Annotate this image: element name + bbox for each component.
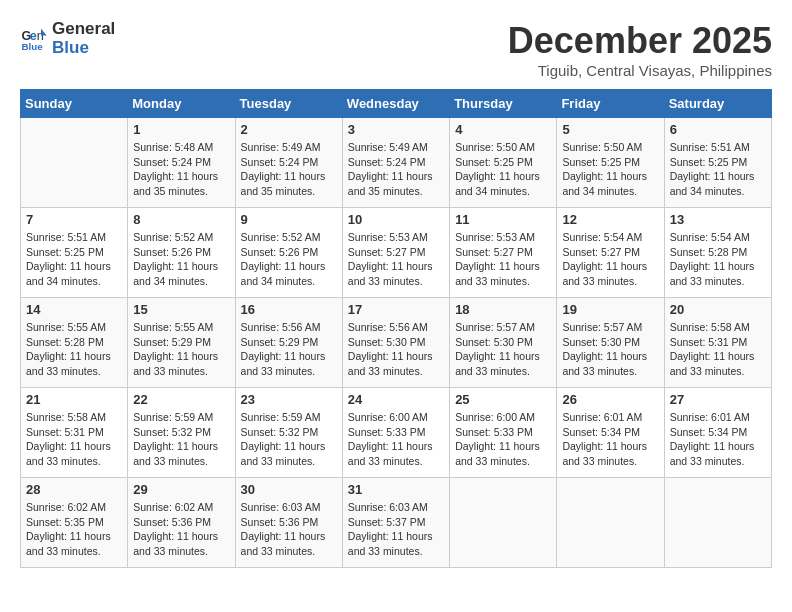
cell-info: Sunrise: 5:52 AMSunset: 5:26 PMDaylight:… xyxy=(133,230,229,289)
calendar-week-row: 28Sunrise: 6:02 AMSunset: 5:35 PMDayligh… xyxy=(21,478,772,568)
calendar-cell: 28Sunrise: 6:02 AMSunset: 5:35 PMDayligh… xyxy=(21,478,128,568)
day-number: 22 xyxy=(133,392,229,407)
cell-info: Sunrise: 5:53 AMSunset: 5:27 PMDaylight:… xyxy=(348,230,444,289)
calendar-cell xyxy=(21,118,128,208)
weekday-header: Sunday xyxy=(21,90,128,118)
cell-info: Sunrise: 5:51 AMSunset: 5:25 PMDaylight:… xyxy=(670,140,766,199)
calendar-week-row: 14Sunrise: 5:55 AMSunset: 5:28 PMDayligh… xyxy=(21,298,772,388)
cell-info: Sunrise: 5:55 AMSunset: 5:28 PMDaylight:… xyxy=(26,320,122,379)
day-number: 19 xyxy=(562,302,658,317)
weekday-header: Saturday xyxy=(664,90,771,118)
calendar-cell: 23Sunrise: 5:59 AMSunset: 5:32 PMDayligh… xyxy=(235,388,342,478)
cell-info: Sunrise: 5:50 AMSunset: 5:25 PMDaylight:… xyxy=(562,140,658,199)
calendar-cell: 20Sunrise: 5:58 AMSunset: 5:31 PMDayligh… xyxy=(664,298,771,388)
cell-info: Sunrise: 5:57 AMSunset: 5:30 PMDaylight:… xyxy=(455,320,551,379)
day-number: 16 xyxy=(241,302,337,317)
calendar-cell: 5Sunrise: 5:50 AMSunset: 5:25 PMDaylight… xyxy=(557,118,664,208)
day-number: 14 xyxy=(26,302,122,317)
day-number: 6 xyxy=(670,122,766,137)
calendar-cell: 19Sunrise: 5:57 AMSunset: 5:30 PMDayligh… xyxy=(557,298,664,388)
cell-info: Sunrise: 5:58 AMSunset: 5:31 PMDaylight:… xyxy=(26,410,122,469)
cell-info: Sunrise: 5:48 AMSunset: 5:24 PMDaylight:… xyxy=(133,140,229,199)
cell-info: Sunrise: 5:52 AMSunset: 5:26 PMDaylight:… xyxy=(241,230,337,289)
day-number: 12 xyxy=(562,212,658,227)
day-number: 3 xyxy=(348,122,444,137)
calendar-cell: 10Sunrise: 5:53 AMSunset: 5:27 PMDayligh… xyxy=(342,208,449,298)
weekday-header: Tuesday xyxy=(235,90,342,118)
weekday-header-row: SundayMondayTuesdayWednesdayThursdayFrid… xyxy=(21,90,772,118)
logo-text: General Blue xyxy=(52,20,115,57)
cell-info: Sunrise: 6:02 AMSunset: 5:36 PMDaylight:… xyxy=(133,500,229,559)
cell-info: Sunrise: 5:59 AMSunset: 5:32 PMDaylight:… xyxy=(241,410,337,469)
calendar-cell: 13Sunrise: 5:54 AMSunset: 5:28 PMDayligh… xyxy=(664,208,771,298)
calendar-week-row: 21Sunrise: 5:58 AMSunset: 5:31 PMDayligh… xyxy=(21,388,772,478)
calendar-cell: 3Sunrise: 5:49 AMSunset: 5:24 PMDaylight… xyxy=(342,118,449,208)
calendar-cell: 22Sunrise: 5:59 AMSunset: 5:32 PMDayligh… xyxy=(128,388,235,478)
weekday-header: Friday xyxy=(557,90,664,118)
day-number: 17 xyxy=(348,302,444,317)
calendar-cell: 21Sunrise: 5:58 AMSunset: 5:31 PMDayligh… xyxy=(21,388,128,478)
weekday-header: Monday xyxy=(128,90,235,118)
cell-info: Sunrise: 5:54 AMSunset: 5:27 PMDaylight:… xyxy=(562,230,658,289)
day-number: 15 xyxy=(133,302,229,317)
day-number: 20 xyxy=(670,302,766,317)
day-number: 1 xyxy=(133,122,229,137)
calendar-cell: 16Sunrise: 5:56 AMSunset: 5:29 PMDayligh… xyxy=(235,298,342,388)
day-number: 24 xyxy=(348,392,444,407)
cell-info: Sunrise: 6:00 AMSunset: 5:33 PMDaylight:… xyxy=(348,410,444,469)
calendar-cell: 12Sunrise: 5:54 AMSunset: 5:27 PMDayligh… xyxy=(557,208,664,298)
cell-info: Sunrise: 5:55 AMSunset: 5:29 PMDaylight:… xyxy=(133,320,229,379)
cell-info: Sunrise: 5:51 AMSunset: 5:25 PMDaylight:… xyxy=(26,230,122,289)
calendar-cell: 8Sunrise: 5:52 AMSunset: 5:26 PMDaylight… xyxy=(128,208,235,298)
cell-info: Sunrise: 6:03 AMSunset: 5:37 PMDaylight:… xyxy=(348,500,444,559)
cell-info: Sunrise: 5:59 AMSunset: 5:32 PMDaylight:… xyxy=(133,410,229,469)
cell-info: Sunrise: 5:57 AMSunset: 5:30 PMDaylight:… xyxy=(562,320,658,379)
cell-info: Sunrise: 5:49 AMSunset: 5:24 PMDaylight:… xyxy=(348,140,444,199)
cell-info: Sunrise: 5:56 AMSunset: 5:30 PMDaylight:… xyxy=(348,320,444,379)
svg-text:Blue: Blue xyxy=(21,41,43,52)
page-header: G e n Blue General Blue December 2025 Ti… xyxy=(20,20,772,79)
cell-info: Sunrise: 5:49 AMSunset: 5:24 PMDaylight:… xyxy=(241,140,337,199)
calendar-cell xyxy=(450,478,557,568)
calendar-cell: 25Sunrise: 6:00 AMSunset: 5:33 PMDayligh… xyxy=(450,388,557,478)
calendar-cell xyxy=(664,478,771,568)
day-number: 11 xyxy=(455,212,551,227)
day-number: 30 xyxy=(241,482,337,497)
cell-info: Sunrise: 5:54 AMSunset: 5:28 PMDaylight:… xyxy=(670,230,766,289)
cell-info: Sunrise: 6:01 AMSunset: 5:34 PMDaylight:… xyxy=(562,410,658,469)
day-number: 21 xyxy=(26,392,122,407)
calendar-cell: 1Sunrise: 5:48 AMSunset: 5:24 PMDaylight… xyxy=(128,118,235,208)
calendar-cell: 4Sunrise: 5:50 AMSunset: 5:25 PMDaylight… xyxy=(450,118,557,208)
weekday-header: Wednesday xyxy=(342,90,449,118)
calendar-cell: 24Sunrise: 6:00 AMSunset: 5:33 PMDayligh… xyxy=(342,388,449,478)
logo-icon: G e n Blue xyxy=(20,25,48,53)
calendar-cell: 30Sunrise: 6:03 AMSunset: 5:36 PMDayligh… xyxy=(235,478,342,568)
cell-info: Sunrise: 6:00 AMSunset: 5:33 PMDaylight:… xyxy=(455,410,551,469)
calendar-cell: 15Sunrise: 5:55 AMSunset: 5:29 PMDayligh… xyxy=(128,298,235,388)
calendar-table: SundayMondayTuesdayWednesdayThursdayFrid… xyxy=(20,89,772,568)
day-number: 29 xyxy=(133,482,229,497)
day-number: 5 xyxy=(562,122,658,137)
calendar-cell: 27Sunrise: 6:01 AMSunset: 5:34 PMDayligh… xyxy=(664,388,771,478)
day-number: 23 xyxy=(241,392,337,407)
day-number: 27 xyxy=(670,392,766,407)
day-number: 18 xyxy=(455,302,551,317)
calendar-cell: 9Sunrise: 5:52 AMSunset: 5:26 PMDaylight… xyxy=(235,208,342,298)
cell-info: Sunrise: 5:50 AMSunset: 5:25 PMDaylight:… xyxy=(455,140,551,199)
calendar-cell: 18Sunrise: 5:57 AMSunset: 5:30 PMDayligh… xyxy=(450,298,557,388)
day-number: 13 xyxy=(670,212,766,227)
calendar-cell: 17Sunrise: 5:56 AMSunset: 5:30 PMDayligh… xyxy=(342,298,449,388)
day-number: 31 xyxy=(348,482,444,497)
day-number: 26 xyxy=(562,392,658,407)
calendar-cell: 29Sunrise: 6:02 AMSunset: 5:36 PMDayligh… xyxy=(128,478,235,568)
calendar-cell: 14Sunrise: 5:55 AMSunset: 5:28 PMDayligh… xyxy=(21,298,128,388)
cell-info: Sunrise: 5:56 AMSunset: 5:29 PMDaylight:… xyxy=(241,320,337,379)
calendar-week-row: 1Sunrise: 5:48 AMSunset: 5:24 PMDaylight… xyxy=(21,118,772,208)
day-number: 2 xyxy=(241,122,337,137)
title-area: December 2025 Tiguib, Central Visayas, P… xyxy=(508,20,772,79)
day-number: 28 xyxy=(26,482,122,497)
calendar-cell xyxy=(557,478,664,568)
cell-info: Sunrise: 5:58 AMSunset: 5:31 PMDaylight:… xyxy=(670,320,766,379)
day-number: 9 xyxy=(241,212,337,227)
calendar-title: December 2025 xyxy=(508,20,772,62)
